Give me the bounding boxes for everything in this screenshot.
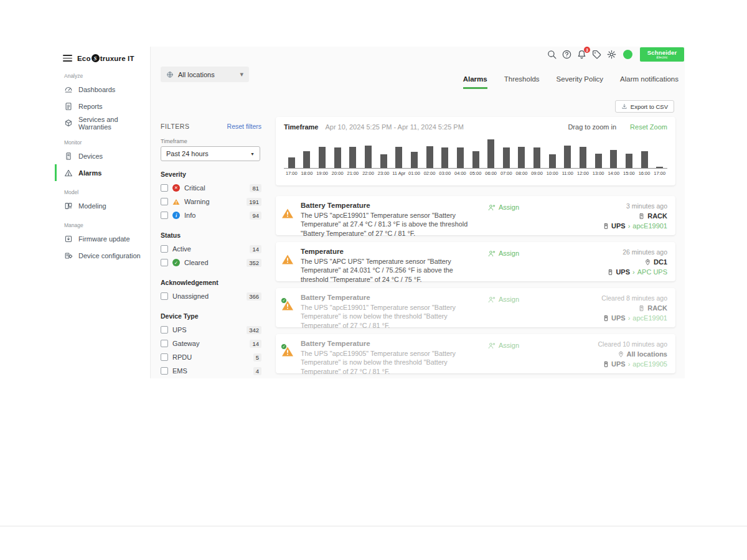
alarm-device: UPS › apcE19901 (603, 222, 667, 230)
chart-bar (391, 147, 406, 168)
chart-bar (406, 152, 422, 168)
sidebar-item-dashboards[interactable]: Dashboards (55, 81, 150, 98)
alarm-card[interactable]: Battery Temperature The UPS "apcE19901" … (276, 196, 675, 235)
axis-tick-label: 14:00 (606, 169, 621, 176)
checkbox[interactable] (161, 245, 168, 253)
tab-alarms[interactable]: Alarms (463, 75, 487, 89)
menu-icon[interactable] (63, 55, 72, 62)
ups-icon (607, 269, 614, 276)
checkbox[interactable] (161, 259, 168, 266)
filter-option-cleared[interactable]: ✓Cleared352 (161, 256, 261, 269)
pin-icon (618, 351, 624, 358)
assign-button[interactable]: Assign (487, 339, 519, 368)
filter-option-gateway[interactable]: Gateway14 (161, 337, 261, 350)
filter-option-ups[interactable]: UPS342 (161, 323, 261, 337)
sidebar-item-device-configuration[interactable]: Device configuration (55, 247, 150, 264)
timeframe-select[interactable]: Past 24 hours ▼ (161, 146, 260, 161)
chevron-right-icon: › (628, 222, 631, 230)
cleared-check-icon (281, 297, 287, 304)
search-icon[interactable] (547, 49, 557, 60)
assign-person-icon (487, 296, 496, 304)
alarm-device: UPS › apcE19901 (603, 314, 667, 322)
checkbox[interactable] (161, 184, 168, 192)
alarm-card[interactable]: Temperature The UPS "APC UPS" Temperatur… (276, 242, 675, 281)
critical-icon: ✕ (172, 184, 180, 192)
chart-bar (560, 146, 576, 168)
dashboards-icon (64, 85, 73, 94)
tab-severity-policy[interactable]: Severity Policy (557, 75, 603, 89)
reset-filters-link[interactable]: Reset filters (227, 123, 261, 130)
tag-icon[interactable] (591, 49, 602, 60)
sidebar-item-reports[interactable]: Reports (55, 98, 150, 114)
alarm-location[interactable]: RACK (638, 304, 667, 312)
filter-option-unassigned[interactable]: Unassigned366 (161, 289, 261, 303)
assign-button[interactable]: Assign (487, 201, 519, 230)
tab-alarm-notifications[interactable]: Alarm notifications (620, 75, 679, 89)
schneider-logo[interactable]: Schneider Electric (640, 47, 684, 62)
device-link[interactable]: APC UPS (637, 268, 667, 276)
axis-tick-label: 11 Apr (391, 169, 406, 176)
reset-zoom-link[interactable]: Reset Zoom (630, 123, 667, 131)
axis-tick-label: 02:00 (422, 169, 438, 176)
alarm-location[interactable]: RACK (638, 212, 667, 220)
device-link[interactable]: apcE19901 (632, 314, 667, 322)
assign-button[interactable]: Assign (487, 293, 519, 322)
filter-option-rpdu[interactable]: RPDU5 (161, 350, 261, 364)
checkbox[interactable] (161, 198, 168, 205)
sidebar-item-firmware-update[interactable]: Firmware update (55, 230, 150, 247)
warning-triangle-icon (281, 247, 301, 276)
count-badge: 94 (250, 212, 261, 220)
assign-person-icon (487, 342, 496, 350)
axis-tick-label: 04:00 (453, 169, 468, 176)
filter-option-active[interactable]: Active14 (161, 242, 261, 256)
chart-bar (637, 151, 652, 168)
chart-bar (468, 151, 484, 168)
help-icon[interactable] (561, 49, 572, 60)
checkbox[interactable] (161, 292, 168, 300)
chart-bar (437, 147, 453, 168)
sidebar-item-modeling[interactable]: Modeling (55, 197, 150, 214)
filter-option-crac[interactable]: CRAC1 (161, 378, 261, 379)
checkbox[interactable] (161, 340, 168, 347)
alarm-description: The UPS "apcE19901" Temperature sensor "… (301, 303, 482, 330)
sidebar-item-services-and-warranties[interactable]: Services and Warranties (55, 114, 150, 131)
info-icon: i (172, 212, 180, 219)
axis-tick-label: 01:00 (406, 169, 422, 176)
alarm-location[interactable]: DC1 (644, 258, 667, 266)
export-csv-button[interactable]: Export to CSV (615, 100, 674, 113)
alarm-card[interactable]: Battery Temperature The UPS "apcE19901" … (276, 288, 675, 327)
location-selector[interactable]: All locations ▾ (161, 67, 249, 82)
sidebar-nav: AnalyzeDashboardsReportsServices and War… (55, 73, 150, 264)
user-avatar[interactable] (623, 50, 632, 59)
filter-option-warning[interactable]: Warning191 (161, 195, 261, 208)
alarm-history-chart[interactable]: 17:0018:0019:0020:0021:0022:0023:0011 Ap… (284, 136, 667, 176)
filter-option-info[interactable]: iInfo94 (161, 208, 261, 222)
tab-thresholds[interactable]: Thresholds (504, 75, 540, 89)
device-link[interactable]: apcE19901 (632, 222, 667, 230)
warning-triangle-icon (281, 339, 301, 368)
checkbox[interactable] (161, 353, 168, 361)
ups-icon (603, 315, 609, 322)
ecostruxure-glyph-icon: S (92, 54, 100, 62)
axis-tick-label: 06:00 (483, 169, 499, 176)
alarm-location[interactable]: All locations (618, 350, 667, 358)
sidebar-item-devices[interactable]: Devices (55, 147, 150, 164)
notifications-bell-icon[interactable]: 3 (576, 49, 587, 60)
filter-heading-acknowledgement: Acknowledgement (161, 279, 261, 286)
alarm-card[interactable]: Battery Temperature The UPS "apcE19905" … (276, 334, 675, 373)
chart-bar (284, 157, 299, 168)
sidebar: EcoStruxure IT AnalyzeDashboardsReportsS… (55, 47, 151, 378)
assign-button[interactable]: Assign (487, 247, 519, 276)
reports-icon (64, 102, 73, 111)
sidebar-header: EcoStruxure IT (55, 47, 150, 65)
checkbox[interactable] (161, 326, 168, 334)
filter-option-critical[interactable]: ✕Critical81 (161, 181, 261, 195)
axis-tick-label: 07:00 (499, 169, 514, 176)
filter-option-ems[interactable]: EMS4 (161, 364, 261, 378)
sidebar-item-alarms[interactable]: Alarms (55, 164, 150, 181)
checkbox[interactable] (161, 212, 168, 219)
settings-gear-icon[interactable] (606, 49, 617, 60)
checkbox[interactable] (161, 367, 168, 375)
timeframe-card: Timeframe Apr 10, 2024 5:25 PM - Apr 11,… (276, 117, 675, 185)
device-link[interactable]: apcE19905 (632, 360, 667, 368)
